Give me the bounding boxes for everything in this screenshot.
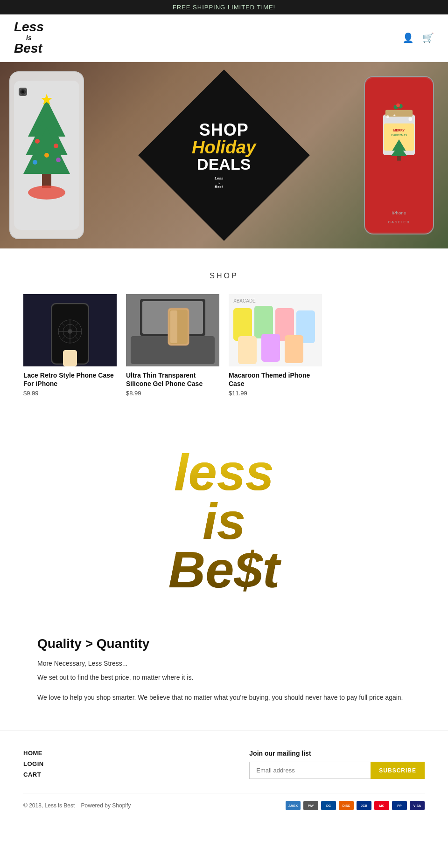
svg-text:Best: Best bbox=[215, 185, 223, 188]
shop-heading: SHOP bbox=[23, 272, 425, 280]
svg-point-10 bbox=[56, 158, 61, 162]
svg-rect-26 bbox=[397, 156, 401, 161]
footer-nav-login[interactable]: LOGIN bbox=[23, 760, 44, 767]
hero-phone-left-inner bbox=[14, 81, 79, 230]
about-body: We love to help you shop smarter. We bel… bbox=[37, 692, 411, 703]
hero-phone-left bbox=[9, 71, 84, 239]
brand-logo-large: less is Be$t bbox=[150, 439, 298, 604]
product-2-image bbox=[126, 294, 219, 366]
product-card[interactable]: XBACADE Macaroon Themed iPhone Case bbox=[229, 294, 322, 397]
hero-shop-text: shop bbox=[192, 122, 256, 138]
product-price: $11.99 bbox=[229, 390, 322, 397]
jcb-icon: JCB bbox=[357, 801, 371, 810]
svg-point-14 bbox=[21, 90, 24, 93]
svg-text:MERRY: MERRY bbox=[393, 129, 405, 132]
shop-section: SHOP bbox=[0, 248, 448, 411]
visa-icon: VISA bbox=[410, 801, 425, 810]
product-image: XBACADE bbox=[229, 294, 322, 366]
svg-point-11 bbox=[28, 186, 65, 200]
logo-text: Less is Best bbox=[14, 20, 44, 56]
christmas-tree-svg bbox=[14, 81, 79, 230]
svg-rect-56 bbox=[233, 308, 252, 341]
footer-nav: HOME LOGIN CART bbox=[23, 750, 44, 778]
footer: HOME LOGIN CART Join our mailing list SU… bbox=[0, 730, 448, 820]
product-1-image bbox=[23, 294, 117, 366]
svg-point-6 bbox=[35, 139, 40, 144]
amex-icon: AMEX bbox=[286, 801, 301, 810]
product-title: Lace Retro Style Phone Case For iPhone bbox=[23, 371, 117, 388]
cart-icon[interactable]: 🛒 bbox=[422, 32, 434, 43]
svg-rect-60 bbox=[238, 336, 257, 364]
svg-text:CASEIER: CASEIER bbox=[388, 220, 410, 224]
product-card[interactable]: Lace Retro Style Phone Case For iPhone $… bbox=[23, 294, 117, 397]
about-section: Quality > Quantity More Necessary, Less … bbox=[0, 622, 448, 730]
diners-icon: DC bbox=[321, 801, 336, 810]
header: Less is Best 👤 🛒 bbox=[0, 14, 448, 62]
svg-rect-57 bbox=[254, 306, 273, 338]
footer-copyright: © 2018, Less is Best Powered by Shopify bbox=[23, 802, 131, 809]
svg-rect-62 bbox=[285, 335, 303, 363]
hero-deals-text: deals bbox=[192, 156, 256, 172]
svg-point-30 bbox=[386, 115, 389, 118]
product-image bbox=[23, 294, 117, 366]
newsletter-label: Join our mailing list bbox=[249, 750, 425, 757]
christmas-jar-svg: MERRY CHRISTMAS iPhone CASEIER bbox=[365, 76, 433, 234]
product-title: Macaroon Themed iPhone Case bbox=[229, 371, 322, 388]
svg-point-9 bbox=[33, 160, 37, 165]
newsletter-form: SUBSCRIBE bbox=[249, 762, 425, 779]
products-grid: Lace Retro Style Phone Case For iPhone $… bbox=[23, 294, 425, 397]
svg-rect-45 bbox=[63, 350, 77, 366]
about-heading: Quality > Quantity bbox=[37, 636, 411, 651]
footer-nav-cart[interactable]: CART bbox=[23, 771, 44, 778]
logo[interactable]: Less is Best bbox=[14, 20, 44, 56]
footer-nav-home[interactable]: HOME bbox=[23, 750, 44, 757]
discover-icon: DISC bbox=[339, 801, 354, 810]
logo-line1: Less bbox=[14, 20, 44, 34]
svg-point-29 bbox=[396, 103, 400, 107]
announcement-text: FREE SHIPPING LIMITED TIME! bbox=[173, 4, 275, 11]
hero-phone-right: MERRY CHRISTMAS iPhone CASEIER bbox=[364, 76, 434, 234]
subscribe-button[interactable]: SUBSCRIBE bbox=[371, 762, 425, 779]
svg-point-31 bbox=[408, 117, 412, 121]
svg-point-8 bbox=[44, 153, 49, 158]
product-price: $9.99 bbox=[23, 390, 117, 397]
svg-text:iPhone: iPhone bbox=[392, 210, 406, 215]
mastercard-icon: MC bbox=[374, 801, 389, 810]
svg-point-7 bbox=[54, 144, 58, 148]
hero-banner: shop Holiday deals Less is Best MERRY CH… bbox=[0, 62, 448, 248]
header-icons: 👤 🛒 bbox=[402, 32, 434, 43]
svg-text:XBACADE: XBACADE bbox=[233, 298, 256, 303]
about-sub: More Necessary, Less Stress... bbox=[37, 660, 411, 667]
brand-logo-line3: Be$t bbox=[168, 541, 280, 598]
product-title: Ultra Thin Transparent Silicone Gel Phon… bbox=[126, 371, 219, 388]
footer-newsletter: Join our mailing list SUBSCRIBE bbox=[249, 750, 425, 779]
svg-rect-61 bbox=[261, 334, 280, 362]
email-input[interactable] bbox=[249, 762, 371, 779]
svg-rect-53 bbox=[170, 310, 177, 343]
svg-text:Less: Less bbox=[215, 176, 224, 180]
announcement-bar: FREE SHIPPING LIMITED TIME! bbox=[0, 0, 448, 14]
hero-diamond-inner: shop Holiday deals Less is Best bbox=[187, 117, 260, 193]
product-image bbox=[126, 294, 219, 366]
product-card[interactable]: Ultra Thin Transparent Silicone Gel Phon… bbox=[126, 294, 219, 397]
product-3-image: XBACADE bbox=[229, 294, 322, 366]
footer-top: HOME LOGIN CART Join our mailing list SU… bbox=[23, 750, 425, 779]
login-icon[interactable]: 👤 bbox=[402, 32, 414, 43]
apple-pay-icon: PAY bbox=[303, 801, 318, 810]
hero-brand: Less is Best bbox=[192, 174, 256, 189]
footer-bottom: © 2018, Less is Best Powered by Shopify … bbox=[23, 793, 425, 810]
svg-text:CHRISTMAS: CHRISTMAS bbox=[391, 134, 407, 137]
paypal-icon: PP bbox=[392, 801, 407, 810]
hero-holiday-text: Holiday bbox=[192, 138, 256, 156]
brand-section: less is Be$t bbox=[0, 411, 448, 622]
about-line2: We set out to find the best price, no ma… bbox=[37, 674, 411, 681]
logo-line2: is bbox=[14, 34, 44, 41]
logo-line3: Best bbox=[14, 41, 44, 56]
payment-icons: AMEX PAY DC DISC JCB MC PP VISA bbox=[286, 801, 425, 810]
svg-point-32 bbox=[393, 114, 395, 116]
product-price: $8.99 bbox=[126, 390, 219, 397]
svg-rect-20 bbox=[385, 110, 413, 117]
